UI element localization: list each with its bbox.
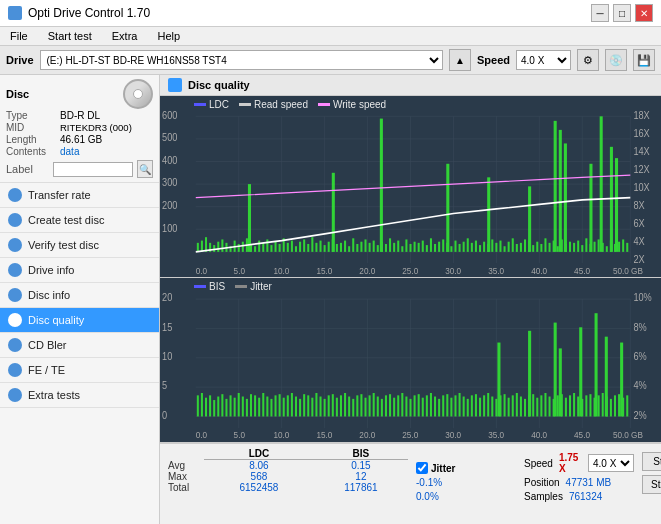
minimize-button[interactable]: ─ (591, 4, 609, 22)
stats-table: LDC BIS Avg 8.06 0.15 Max (168, 448, 408, 493)
cd-bler-label: CD Bler (28, 339, 67, 351)
sidebar-item-cd-bler[interactable]: CD Bler (0, 333, 159, 358)
fe-te-icon (8, 363, 22, 377)
svg-rect-225 (299, 399, 301, 417)
ldc-chart: LDC Read speed Write speed (160, 96, 661, 278)
svg-rect-48 (213, 245, 215, 252)
svg-text:15: 15 (162, 321, 173, 333)
svg-rect-213 (250, 394, 252, 416)
svg-rect-244 (377, 396, 379, 416)
svg-rect-106 (450, 246, 452, 252)
svg-rect-58 (254, 246, 256, 252)
menu-start-test[interactable]: Start test (44, 29, 96, 43)
max-label: Max (168, 471, 204, 482)
svg-rect-257 (430, 393, 432, 416)
svg-rect-109 (463, 242, 465, 252)
svg-rect-50 (221, 239, 223, 251)
avg-label: Avg (168, 460, 204, 472)
svg-rect-214 (254, 395, 256, 416)
svg-rect-83 (356, 244, 358, 252)
svg-rect-206 (221, 394, 223, 416)
svg-rect-268 (475, 394, 477, 416)
svg-rect-284 (540, 395, 542, 416)
svg-rect-96 (409, 244, 411, 252)
settings-icon-btn[interactable]: ⚙ (577, 49, 599, 71)
charts-area: LDC Read speed Write speed (160, 96, 661, 524)
svg-rect-136 (573, 243, 575, 252)
svg-rect-69 (299, 242, 301, 252)
start-part-button[interactable]: Start part (642, 475, 661, 494)
svg-rect-151 (332, 173, 335, 252)
svg-rect-137 (577, 241, 579, 252)
transfer-rate-icon (8, 188, 22, 202)
start-full-button[interactable]: Start full (642, 452, 661, 471)
close-button[interactable]: ✕ (635, 4, 653, 22)
svg-text:40.0: 40.0 (531, 429, 547, 440)
svg-text:50.0 GB: 50.0 GB (613, 266, 643, 276)
svg-rect-235 (340, 395, 342, 416)
svg-rect-279 (520, 396, 522, 416)
svg-text:5.0: 5.0 (234, 266, 246, 276)
svg-rect-55 (242, 242, 244, 252)
speed-stat-select[interactable]: 4.0 X (588, 454, 634, 472)
svg-rect-267 (471, 395, 473, 416)
svg-rect-215 (258, 397, 260, 416)
disc-section: Disc Type BD-R DL MID RITEKDR3 (000) Len… (0, 75, 159, 183)
save-icon-btn[interactable]: 💾 (633, 49, 655, 71)
menu-help[interactable]: Help (153, 29, 184, 43)
label-search-button[interactable]: 🔍 (137, 160, 153, 178)
disc-icon-btn[interactable]: 💿 (605, 49, 627, 71)
jitter-checkbox[interactable] (416, 462, 428, 474)
title-bar: Opti Drive Control 1.70 ─ □ ✕ (0, 0, 661, 27)
svg-text:35.0: 35.0 (488, 429, 504, 440)
svg-rect-99 (422, 241, 424, 252)
menu-file[interactable]: File (6, 29, 32, 43)
svg-text:25.0: 25.0 (402, 266, 418, 276)
sidebar-item-create-test-disc[interactable]: Create test disc (0, 208, 159, 233)
svg-rect-201 (201, 393, 203, 416)
fe-te-label: FE / TE (28, 364, 65, 376)
svg-rect-295 (585, 395, 587, 416)
menu-extra[interactable]: Extra (108, 29, 142, 43)
maximize-button[interactable]: □ (613, 4, 631, 22)
svg-rect-54 (238, 244, 240, 252)
svg-rect-123 (520, 243, 522, 252)
samples-value: 761324 (569, 491, 602, 502)
bis-chart-svg: 20 15 10 5 0 10% 8% 6% 4% 2% 0.0 5.0 10.… (160, 278, 661, 442)
label-input[interactable] (53, 162, 133, 177)
disc-quality-header: Disc quality (160, 75, 661, 96)
sidebar-item-disc-quality[interactable]: Disc quality (0, 308, 159, 333)
svg-rect-296 (589, 394, 591, 416)
svg-text:8%: 8% (633, 321, 646, 333)
svg-rect-74 (320, 241, 322, 252)
svg-rect-260 (442, 395, 444, 416)
sidebar-item-drive-info[interactable]: Drive info (0, 258, 159, 283)
create-test-disc-icon (8, 213, 22, 227)
svg-rect-290 (565, 397, 567, 416)
sidebar-item-extra-tests[interactable]: Extra tests (0, 383, 159, 408)
drive-bar: Drive (E:) HL-DT-ST BD-RE WH16NS58 TST4 … (0, 46, 661, 75)
jitter-label: Jitter (431, 463, 455, 474)
svg-text:600: 600 (162, 109, 178, 121)
app-icon (8, 6, 22, 20)
sidebar-item-transfer-rate[interactable]: Transfer rate (0, 183, 159, 208)
disc-quality-title: Disc quality (188, 79, 250, 91)
sidebar: Disc Type BD-R DL MID RITEKDR3 (000) Len… (0, 75, 160, 524)
total-bis: 117861 (314, 482, 408, 493)
ldc-chart-svg: 600 500 400 300 200 100 18X 16X 14X 12X … (160, 96, 661, 277)
svg-rect-128 (540, 244, 542, 252)
sidebar-item-verify-test-disc[interactable]: Verify test disc (0, 233, 159, 258)
svg-rect-152 (380, 119, 383, 252)
speed-select[interactable]: 4.0 X (516, 50, 571, 70)
svg-rect-121 (512, 238, 514, 252)
svg-rect-84 (360, 242, 362, 252)
drive-select[interactable]: (E:) HL-DT-ST BD-RE WH16NS58 TST4 (40, 50, 443, 70)
svg-rect-108 (459, 244, 461, 252)
svg-rect-82 (352, 238, 354, 252)
svg-text:400: 400 (162, 154, 178, 166)
svg-rect-263 (454, 395, 456, 416)
eject-button[interactable]: ▲ (449, 49, 471, 71)
sidebar-item-fe-te[interactable]: FE / TE (0, 358, 159, 383)
svg-rect-246 (385, 395, 387, 416)
sidebar-item-disc-info[interactable]: Disc info (0, 283, 159, 308)
